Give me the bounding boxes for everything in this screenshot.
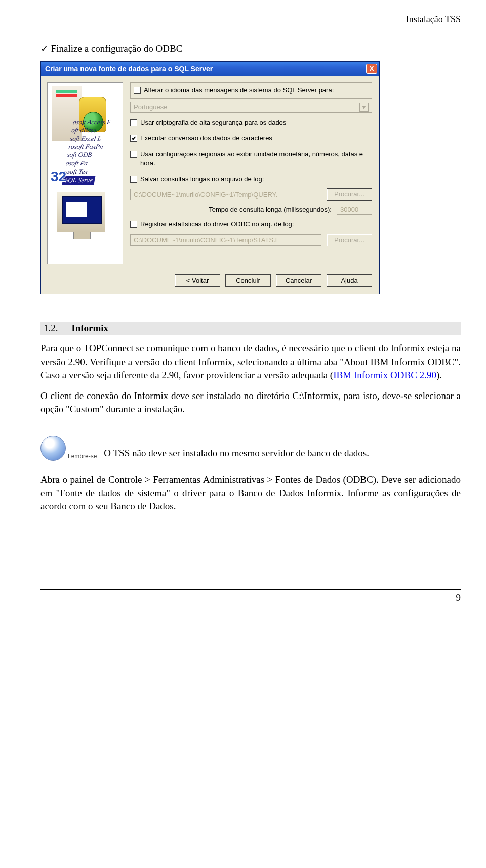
- close-button[interactable]: X: [366, 64, 377, 74]
- checkbox-conversao[interactable]: ✔: [130, 135, 137, 142]
- checkbox-criptografia[interactable]: [130, 119, 137, 126]
- page-header: Instalação TSS: [40, 0, 461, 27]
- checkbox-salvar-log[interactable]: [130, 176, 137, 183]
- section-number: 1.2.: [44, 323, 58, 333]
- label-registrar-stats: Registrar estatísticas do driver ODBC no…: [140, 220, 294, 229]
- label-salvar-log: Salvar consultas longas no arquivo de lo…: [140, 175, 264, 184]
- driver-list-graphic: osoft Access F oft dBase soft Excel L ro…: [62, 118, 129, 185]
- chevron-down-icon: ▼: [359, 103, 369, 112]
- check-icon: ✓: [40, 43, 49, 54]
- finish-button[interactable]: Concluir: [225, 274, 271, 287]
- label-conversao: Executar conversão dos dados de caracter…: [140, 134, 272, 143]
- query-log-path[interactable]: C:\DOCUME~1\murilo\CONFIG~1\Temp\QUERY.: [130, 189, 321, 200]
- checkbox-regionais[interactable]: [130, 151, 137, 158]
- dialog-titlebar: Criar uma nova fonte de dados para o SQL…: [41, 62, 379, 76]
- label-criptografia: Usar criptografia de alta segurança para…: [140, 118, 286, 127]
- language-select[interactable]: Portuguese ▼: [130, 102, 372, 113]
- odbc-dialog: Criar uma nova fonte de dados para o SQL…: [40, 61, 380, 294]
- cancel-button[interactable]: Cancelar: [276, 274, 321, 287]
- checklist-text: Finalize a configuração do ODBC: [51, 43, 183, 54]
- section-heading: 1.2. Informix: [40, 322, 461, 335]
- informix-download-link[interactable]: IBM Informix ODBC 2.90: [333, 370, 436, 380]
- label-regionais: Usar configurações regionais ao exibir u…: [140, 150, 372, 168]
- paragraph-3: Abra o painel de Controle > Ferramentas …: [40, 473, 461, 514]
- reminder-label: Lembre-se: [68, 453, 97, 461]
- page-number: 9: [456, 592, 461, 603]
- reminder-icon: [40, 436, 66, 461]
- help-button[interactable]: Ajuda: [327, 274, 372, 287]
- badge-32: 32: [51, 169, 66, 185]
- back-button[interactable]: < Voltar: [175, 274, 220, 287]
- checkbox-registrar-stats[interactable]: [130, 221, 137, 228]
- section-title: Informix: [71, 323, 108, 333]
- tempo-input[interactable]: 30000: [337, 204, 372, 215]
- checkbox-alterar-idioma[interactable]: [134, 87, 141, 94]
- page-footer: 9: [40, 589, 461, 603]
- stats-log-path[interactable]: C:\DOCUME~1\murilo\CONFIG~1\Temp\STATS.L: [130, 234, 321, 246]
- paragraph-2: O client de conexão do Informix deve ser…: [40, 389, 461, 416]
- checklist-item: ✓ Finalize a configuração do ODBC: [40, 43, 461, 54]
- group-language: Alterar o idioma das mensagens de sistem…: [130, 82, 372, 99]
- reminder-text: O TSS não deve ser instalado no mesmo se…: [104, 448, 369, 461]
- dialog-illustration: osoft Access F oft dBase soft Excel L ro…: [47, 82, 123, 264]
- paragraph-1: Para que o TOPConnect se comunique com o…: [40, 342, 461, 382]
- dialog-footer: < Voltar Concluir Cancelar Ajuda: [41, 269, 379, 294]
- browse-stats-button[interactable]: Procurar...: [327, 234, 372, 246]
- language-value: Portuguese: [134, 103, 168, 111]
- browse-query-button[interactable]: Procurar...: [327, 188, 372, 201]
- label-tempo: Tempo de consulta longa (milissegundos):: [209, 206, 332, 213]
- monitor-icon: [57, 192, 105, 232]
- dialog-title: Criar uma nova fonte de dados para o SQL…: [45, 65, 213, 73]
- label-alterar-idioma: Alterar o idioma das mensagens de sistem…: [144, 86, 334, 95]
